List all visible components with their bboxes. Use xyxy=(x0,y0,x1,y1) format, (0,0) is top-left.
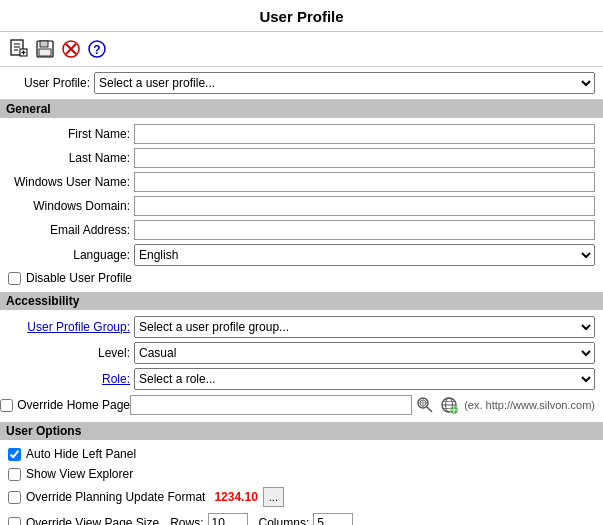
user-options-section: Auto Hide Left Panel Show View Explorer … xyxy=(0,440,603,525)
email-address-row: Email Address: xyxy=(0,218,603,242)
user-profile-select[interactable]: Select a user profile... xyxy=(94,72,595,94)
override-planning-dots-button[interactable]: ... xyxy=(263,487,284,507)
disable-user-profile-checkbox[interactable] xyxy=(8,272,21,285)
language-row: Language: English xyxy=(0,242,603,268)
last-name-row: Last Name: xyxy=(0,146,603,170)
general-section: First Name: Last Name: Windows User Name… xyxy=(0,118,603,292)
windows-domain-input[interactable] xyxy=(134,196,595,216)
override-home-input[interactable] xyxy=(130,395,412,415)
show-view-checkbox[interactable] xyxy=(8,468,21,481)
user-profile-label: User Profile: xyxy=(0,76,90,90)
profile-group-row: User Profile Group: Select a user profil… xyxy=(0,314,603,340)
override-planning-checkbox[interactable] xyxy=(8,491,21,504)
rows-label: Rows: xyxy=(170,516,203,525)
first-name-row: First Name: xyxy=(0,122,603,146)
language-label: Language: xyxy=(0,248,130,262)
cancel-icon[interactable] xyxy=(60,38,82,60)
override-viewpage-label: Override View Page Size xyxy=(26,516,159,525)
save-icon[interactable] xyxy=(34,38,56,60)
override-planning-label: Override Planning Update Format xyxy=(26,490,205,504)
accessibility-section-header: Accessibility xyxy=(0,292,603,310)
new-icon[interactable] xyxy=(8,38,30,60)
level-label: Level: xyxy=(0,346,130,360)
svg-text:?: ? xyxy=(93,43,100,57)
accessibility-section: User Profile Group: Select a user profil… xyxy=(0,310,603,422)
level-row: Level: Casual xyxy=(0,340,603,366)
columns-group: Columns: xyxy=(259,513,354,525)
override-home-globe-icon[interactable] xyxy=(438,394,460,416)
windows-username-label: Windows User Name: xyxy=(0,175,130,189)
svg-rect-8 xyxy=(40,41,48,47)
show-view-row: Show View Explorer xyxy=(0,464,603,484)
user-options-section-header: User Options xyxy=(0,422,603,440)
override-planning-row: Override Planning Update Format 1234.10 … xyxy=(0,484,603,510)
profile-group-select[interactable]: Select a user profile group... xyxy=(134,316,595,338)
override-home-label: Override Home Page xyxy=(17,398,130,412)
windows-username-row: Windows User Name: xyxy=(0,170,603,194)
profile-group-label: User Profile Group: xyxy=(0,320,130,334)
disable-user-profile-row: Disable User Profile xyxy=(0,268,603,288)
override-viewpage-checkbox[interactable] xyxy=(8,517,21,526)
language-select[interactable]: English xyxy=(134,244,595,266)
last-name-input[interactable] xyxy=(134,148,595,168)
windows-username-input[interactable] xyxy=(134,172,595,192)
help-icon[interactable]: ? xyxy=(86,38,108,60)
windows-domain-label: Windows Domain: xyxy=(0,199,130,213)
show-view-label: Show View Explorer xyxy=(26,467,133,481)
auto-hide-row: Auto Hide Left Panel xyxy=(0,444,603,464)
rows-input[interactable] xyxy=(208,513,248,525)
override-home-row: Override Home Page (e xyxy=(0,392,603,418)
override-home-checkbox[interactable] xyxy=(0,399,13,412)
windows-domain-row: Windows Domain: xyxy=(0,194,603,218)
first-name-input[interactable] xyxy=(134,124,595,144)
override-home-checkbox-part: Override Home Page xyxy=(0,398,130,412)
page-title: User Profile xyxy=(0,0,603,32)
role-select[interactable]: Select a role... xyxy=(134,368,595,390)
role-label: Role: xyxy=(0,372,130,386)
auto-hide-checkbox[interactable] xyxy=(8,448,21,461)
svg-rect-9 xyxy=(39,49,51,56)
level-select[interactable]: Casual xyxy=(134,342,595,364)
email-address-input[interactable] xyxy=(134,220,595,240)
columns-input[interactable] xyxy=(313,513,353,525)
email-address-label: Email Address: xyxy=(0,223,130,237)
columns-label: Columns: xyxy=(259,516,310,525)
toolbar: ? xyxy=(0,32,603,67)
first-name-label: First Name: xyxy=(0,127,130,141)
auto-hide-label: Auto Hide Left Panel xyxy=(26,447,136,461)
rows-group: Rows: xyxy=(170,513,247,525)
svg-line-16 xyxy=(427,407,432,412)
user-profile-row: User Profile: Select a user profile... xyxy=(0,67,603,100)
last-name-label: Last Name: xyxy=(0,151,130,165)
role-row: Role: Select a role... xyxy=(0,366,603,392)
override-home-hint: (ex. http://www.silvon.com) xyxy=(464,399,595,411)
override-viewpage-row: Override View Page Size Rows: Columns: xyxy=(0,510,603,525)
disable-user-profile-label: Disable User Profile xyxy=(26,271,132,285)
general-section-header: General xyxy=(0,100,603,118)
override-home-search-icon[interactable] xyxy=(414,394,436,416)
override-planning-value: 1234.10 xyxy=(214,490,257,504)
